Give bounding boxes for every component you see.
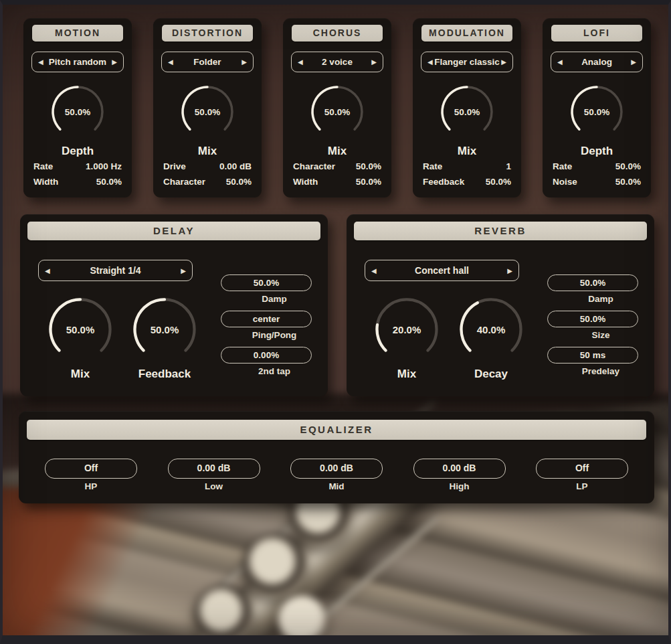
field-label: 2nd tap <box>221 366 328 376</box>
param-value[interactable]: 0.00 dB <box>219 159 252 174</box>
reverb-title-button[interactable]: REVERB <box>354 222 647 240</box>
delay-preset-selector[interactable]: ◀ Straight 1/4 ▶ <box>38 260 193 281</box>
reverb-size-field[interactable]: 50.0% <box>547 311 638 327</box>
lofi-preset-value: Analog <box>563 57 632 67</box>
knob-label: Depth <box>23 145 132 158</box>
next-arrow-icon[interactable]: ▶ <box>371 58 377 66</box>
motion-title-button[interactable]: MOTION <box>32 25 123 42</box>
modulation-panel: MODULATION ◀ Flanger classic ▶ 50.0% Mix… <box>413 18 521 197</box>
param-value[interactable]: 50.0% <box>615 174 641 189</box>
prev-arrow-icon[interactable]: ◀ <box>557 58 563 66</box>
lofi-title-button[interactable]: LOFI <box>551 25 642 42</box>
next-arrow-icon[interactable]: ▶ <box>112 58 117 66</box>
knob-value: 20.0% <box>371 294 442 365</box>
eq-high-field[interactable]: 0.00 dB <box>413 459 506 479</box>
chorus-panel: CHORUS ◀ 2 voice ▶ 50.0% Mix Character 5… <box>283 18 391 197</box>
modulation-mix-knob[interactable]: 50.0% <box>438 82 496 141</box>
modulation-preset-value: Flanger classic <box>433 57 502 67</box>
knob-value: 40.0% <box>456 294 526 365</box>
prev-arrow-icon[interactable]: ◀ <box>45 267 50 274</box>
prev-arrow-icon[interactable]: ◀ <box>38 58 43 66</box>
chorus-title-button[interactable]: CHORUS <box>292 25 383 42</box>
modulation-title-button[interactable]: MODULATION <box>421 25 512 42</box>
eq-low-field[interactable]: 0.00 dB <box>168 459 260 479</box>
next-arrow-icon[interactable]: ▶ <box>631 58 636 66</box>
next-arrow-icon[interactable]: ▶ <box>507 267 512 274</box>
knob-label: Feedback <box>138 368 191 381</box>
knob-value: 50.0% <box>129 294 200 365</box>
param-label: Width <box>33 174 58 189</box>
param-value[interactable]: 50.0% <box>226 174 252 189</box>
next-arrow-icon[interactable]: ▶ <box>501 58 506 66</box>
reverb-preset-value: Concert hall <box>377 265 508 276</box>
motion-preset-selector[interactable]: ◀ Pitch random ▶ <box>31 52 124 72</box>
equalizer-panel: EQUALIZER Off HP 0.00 dB Low 0.00 dB Mid… <box>19 411 654 503</box>
lofi-preset-selector[interactable]: ◀ Analog ▶ <box>551 52 643 72</box>
knob-label: Mix <box>413 145 521 158</box>
motion-preset-value: Pitch random <box>43 57 112 67</box>
reverb-predelay-field[interactable]: 50 ms <box>547 347 638 364</box>
distortion-panel: DISTORTION ◀ Folder ▶ 50.0% Mix Drive 0.… <box>153 18 262 197</box>
delay-feedback-knob[interactable]: 50.0% <box>129 294 200 365</box>
param-label: Rate <box>33 159 53 174</box>
knob-label: Decay <box>474 368 508 381</box>
param-row: Width 50.0% <box>33 174 122 189</box>
reverb-damp-field[interactable]: 50.0% <box>547 274 638 291</box>
param-value[interactable]: 50.0% <box>356 159 381 174</box>
knob-label: Mix <box>153 145 262 158</box>
prev-arrow-icon[interactable]: ◀ <box>371 267 377 274</box>
knob-label: Mix <box>283 145 391 158</box>
field-label: Mid <box>290 481 383 491</box>
delay-mix-knob[interactable]: 50.0% <box>45 294 116 365</box>
param-value[interactable]: 1 <box>506 159 511 174</box>
prev-arrow-icon[interactable]: ◀ <box>427 58 433 66</box>
param-label: Character <box>293 159 335 174</box>
lofi-panel: LOFI ◀ Analog ▶ 50.0% Depth Rate 50.0% N… <box>543 18 651 197</box>
field-label: Low <box>168 481 260 491</box>
delay-preset-value: Straight 1/4 <box>50 265 181 276</box>
knob-value: 50.0% <box>567 82 626 141</box>
eq-mid-field[interactable]: 0.00 dB <box>290 459 383 479</box>
chorus-preset-selector[interactable]: ◀ 2 voice ▶ <box>291 52 383 72</box>
delay-title-button[interactable]: DELAY <box>27 222 320 240</box>
param-value[interactable]: 50.0% <box>486 174 511 189</box>
param-value[interactable]: 50.0% <box>96 174 122 189</box>
knob-value: 50.0% <box>308 82 367 141</box>
modulation-preset-selector[interactable]: ◀ Flanger classic ▶ <box>421 52 513 72</box>
reverb-mix-knob[interactable]: 20.0% <box>371 294 442 365</box>
reverb-decay-knob[interactable]: 40.0% <box>456 294 526 365</box>
param-value[interactable]: 1.000 Hz <box>86 159 122 174</box>
reverb-preset-selector[interactable]: ◀ Concert hall ▶ <box>365 260 519 281</box>
delay-pingpong-field[interactable]: center <box>221 311 312 327</box>
next-arrow-icon[interactable]: ▶ <box>181 267 186 274</box>
eq-hp-field[interactable]: Off <box>45 459 137 479</box>
param-label: Width <box>293 174 318 189</box>
field-label: Ping/Pong <box>221 330 328 340</box>
knob-label: Mix <box>397 368 416 381</box>
next-arrow-icon[interactable]: ▶ <box>242 58 247 66</box>
param-label: Rate <box>423 159 442 174</box>
delay-2ndtap-field[interactable]: 0.00% <box>221 347 312 364</box>
distortion-mix-knob[interactable]: 50.0% <box>178 82 237 141</box>
chorus-mix-knob[interactable]: 50.0% <box>308 82 367 141</box>
distortion-title-button[interactable]: DISTORTION <box>162 25 253 42</box>
knob-value: 50.0% <box>178 82 237 141</box>
eq-lp-field[interactable]: Off <box>536 459 628 479</box>
field-label: Size <box>547 330 654 340</box>
param-value[interactable]: 50.0% <box>356 174 381 189</box>
motion-depth-knob[interactable]: 50.0% <box>48 82 107 141</box>
field-label: Damp <box>221 294 328 304</box>
lofi-depth-knob[interactable]: 50.0% <box>567 82 626 141</box>
prev-arrow-icon[interactable]: ◀ <box>168 58 173 66</box>
field-label: LP <box>536 481 628 491</box>
equalizer-title-button[interactable]: EQUALIZER <box>27 420 646 440</box>
knob-label: Depth <box>543 145 651 158</box>
delay-damp-field[interactable]: 50.0% <box>221 274 312 291</box>
field-label: High <box>413 481 506 491</box>
distortion-preset-selector[interactable]: ◀ Folder ▶ <box>161 52 254 72</box>
param-row: Rate 1.000 Hz <box>33 159 122 174</box>
field-label: HP <box>45 481 137 491</box>
param-label: Rate <box>553 159 572 174</box>
param-value[interactable]: 50.0% <box>615 159 641 174</box>
prev-arrow-icon[interactable]: ◀ <box>298 58 303 66</box>
